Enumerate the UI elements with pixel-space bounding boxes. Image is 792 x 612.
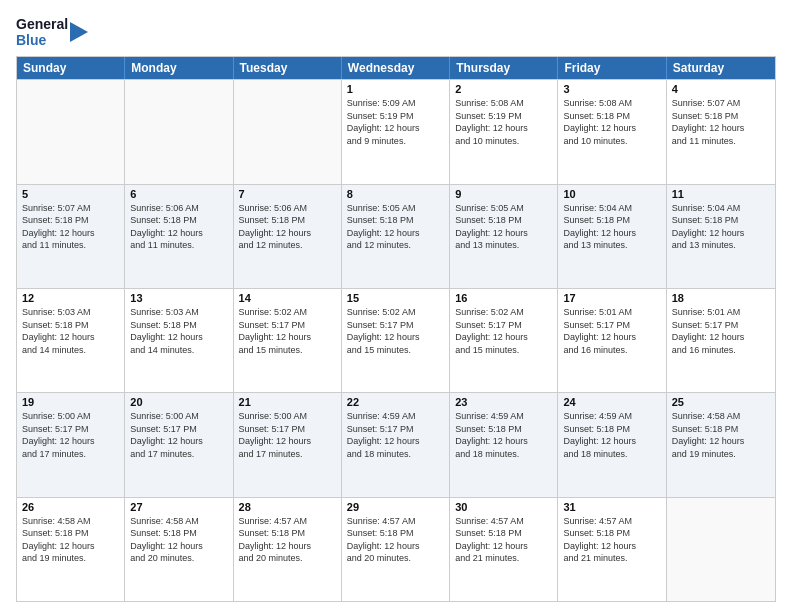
day-info: Sunrise: 4:59 AM Sunset: 5:18 PM Dayligh… xyxy=(455,410,552,460)
day-info: Sunrise: 5:05 AM Sunset: 5:18 PM Dayligh… xyxy=(455,202,552,252)
cal-cell: 29Sunrise: 4:57 AM Sunset: 5:18 PM Dayli… xyxy=(342,498,450,601)
day-info: Sunrise: 5:07 AM Sunset: 5:18 PM Dayligh… xyxy=(672,97,770,147)
day-number: 15 xyxy=(347,292,444,304)
day-number: 8 xyxy=(347,188,444,200)
day-number: 9 xyxy=(455,188,552,200)
day-number: 23 xyxy=(455,396,552,408)
cal-cell: 28Sunrise: 4:57 AM Sunset: 5:18 PM Dayli… xyxy=(234,498,342,601)
cal-week-2: 5Sunrise: 5:07 AM Sunset: 5:18 PM Daylig… xyxy=(17,184,775,288)
day-number: 2 xyxy=(455,83,552,95)
day-info: Sunrise: 5:06 AM Sunset: 5:18 PM Dayligh… xyxy=(130,202,227,252)
calendar-body: 1Sunrise: 5:09 AM Sunset: 5:19 PM Daylig… xyxy=(17,79,775,601)
day-number: 5 xyxy=(22,188,119,200)
cal-cell xyxy=(125,80,233,183)
day-number: 24 xyxy=(563,396,660,408)
cal-header-saturday: Saturday xyxy=(667,57,775,79)
cal-cell: 11Sunrise: 5:04 AM Sunset: 5:18 PM Dayli… xyxy=(667,185,775,288)
day-number: 18 xyxy=(672,292,770,304)
cal-cell: 6Sunrise: 5:06 AM Sunset: 5:18 PM Daylig… xyxy=(125,185,233,288)
day-number: 30 xyxy=(455,501,552,513)
day-info: Sunrise: 5:04 AM Sunset: 5:18 PM Dayligh… xyxy=(563,202,660,252)
day-info: Sunrise: 4:58 AM Sunset: 5:18 PM Dayligh… xyxy=(130,515,227,565)
day-number: 1 xyxy=(347,83,444,95)
cal-cell: 27Sunrise: 4:58 AM Sunset: 5:18 PM Dayli… xyxy=(125,498,233,601)
day-info: Sunrise: 5:04 AM Sunset: 5:18 PM Dayligh… xyxy=(672,202,770,252)
day-number: 25 xyxy=(672,396,770,408)
cal-cell: 7Sunrise: 5:06 AM Sunset: 5:18 PM Daylig… xyxy=(234,185,342,288)
cal-cell: 12Sunrise: 5:03 AM Sunset: 5:18 PM Dayli… xyxy=(17,289,125,392)
cal-cell: 16Sunrise: 5:02 AM Sunset: 5:17 PM Dayli… xyxy=(450,289,558,392)
day-info: Sunrise: 4:58 AM Sunset: 5:18 PM Dayligh… xyxy=(672,410,770,460)
cal-cell: 30Sunrise: 4:57 AM Sunset: 5:18 PM Dayli… xyxy=(450,498,558,601)
day-number: 4 xyxy=(672,83,770,95)
cal-header-monday: Monday xyxy=(125,57,233,79)
calendar: SundayMondayTuesdayWednesdayThursdayFrid… xyxy=(16,56,776,602)
day-number: 11 xyxy=(672,188,770,200)
cal-cell: 8Sunrise: 5:05 AM Sunset: 5:18 PM Daylig… xyxy=(342,185,450,288)
cal-cell: 1Sunrise: 5:09 AM Sunset: 5:19 PM Daylig… xyxy=(342,80,450,183)
cal-cell: 17Sunrise: 5:01 AM Sunset: 5:17 PM Dayli… xyxy=(558,289,666,392)
day-info: Sunrise: 5:08 AM Sunset: 5:18 PM Dayligh… xyxy=(563,97,660,147)
day-info: Sunrise: 5:03 AM Sunset: 5:18 PM Dayligh… xyxy=(130,306,227,356)
day-info: Sunrise: 5:05 AM Sunset: 5:18 PM Dayligh… xyxy=(347,202,444,252)
day-number: 28 xyxy=(239,501,336,513)
cal-week-1: 1Sunrise: 5:09 AM Sunset: 5:19 PM Daylig… xyxy=(17,79,775,183)
day-info: Sunrise: 4:59 AM Sunset: 5:18 PM Dayligh… xyxy=(563,410,660,460)
cal-cell: 14Sunrise: 5:02 AM Sunset: 5:17 PM Dayli… xyxy=(234,289,342,392)
day-info: Sunrise: 5:07 AM Sunset: 5:18 PM Dayligh… xyxy=(22,202,119,252)
day-info: Sunrise: 5:00 AM Sunset: 5:17 PM Dayligh… xyxy=(22,410,119,460)
day-info: Sunrise: 5:00 AM Sunset: 5:17 PM Dayligh… xyxy=(239,410,336,460)
day-info: Sunrise: 4:59 AM Sunset: 5:17 PM Dayligh… xyxy=(347,410,444,460)
cal-week-5: 26Sunrise: 4:58 AM Sunset: 5:18 PM Dayli… xyxy=(17,497,775,601)
cal-cell: 9Sunrise: 5:05 AM Sunset: 5:18 PM Daylig… xyxy=(450,185,558,288)
day-info: Sunrise: 4:57 AM Sunset: 5:18 PM Dayligh… xyxy=(455,515,552,565)
day-number: 16 xyxy=(455,292,552,304)
svg-marker-0 xyxy=(70,22,88,42)
cal-cell: 5Sunrise: 5:07 AM Sunset: 5:18 PM Daylig… xyxy=(17,185,125,288)
cal-week-4: 19Sunrise: 5:00 AM Sunset: 5:17 PM Dayli… xyxy=(17,392,775,496)
cal-cell xyxy=(17,80,125,183)
cal-cell: 31Sunrise: 4:57 AM Sunset: 5:18 PM Dayli… xyxy=(558,498,666,601)
cal-header-tuesday: Tuesday xyxy=(234,57,342,79)
cal-week-3: 12Sunrise: 5:03 AM Sunset: 5:18 PM Dayli… xyxy=(17,288,775,392)
cal-cell: 23Sunrise: 4:59 AM Sunset: 5:18 PM Dayli… xyxy=(450,393,558,496)
cal-cell: 13Sunrise: 5:03 AM Sunset: 5:18 PM Dayli… xyxy=(125,289,233,392)
cal-cell: 20Sunrise: 5:00 AM Sunset: 5:17 PM Dayli… xyxy=(125,393,233,496)
cal-cell: 10Sunrise: 5:04 AM Sunset: 5:18 PM Dayli… xyxy=(558,185,666,288)
day-info: Sunrise: 4:57 AM Sunset: 5:18 PM Dayligh… xyxy=(563,515,660,565)
cal-cell: 4Sunrise: 5:07 AM Sunset: 5:18 PM Daylig… xyxy=(667,80,775,183)
day-info: Sunrise: 5:02 AM Sunset: 5:17 PM Dayligh… xyxy=(455,306,552,356)
day-number: 13 xyxy=(130,292,227,304)
day-info: Sunrise: 5:03 AM Sunset: 5:18 PM Dayligh… xyxy=(22,306,119,356)
cal-cell: 3Sunrise: 5:08 AM Sunset: 5:18 PM Daylig… xyxy=(558,80,666,183)
day-number: 12 xyxy=(22,292,119,304)
cal-cell xyxy=(667,498,775,601)
day-info: Sunrise: 5:01 AM Sunset: 5:17 PM Dayligh… xyxy=(672,306,770,356)
cal-header-wednesday: Wednesday xyxy=(342,57,450,79)
day-info: Sunrise: 5:02 AM Sunset: 5:17 PM Dayligh… xyxy=(347,306,444,356)
day-number: 22 xyxy=(347,396,444,408)
cal-cell: 19Sunrise: 5:00 AM Sunset: 5:17 PM Dayli… xyxy=(17,393,125,496)
day-number: 10 xyxy=(563,188,660,200)
header: GeneralBlue xyxy=(16,16,776,48)
day-number: 3 xyxy=(563,83,660,95)
day-number: 19 xyxy=(22,396,119,408)
logo: GeneralBlue xyxy=(16,16,90,48)
day-number: 31 xyxy=(563,501,660,513)
day-number: 17 xyxy=(563,292,660,304)
day-info: Sunrise: 5:00 AM Sunset: 5:17 PM Dayligh… xyxy=(130,410,227,460)
page: GeneralBlue SundayMondayTuesdayWednesday… xyxy=(0,0,792,612)
day-number: 27 xyxy=(130,501,227,513)
day-number: 29 xyxy=(347,501,444,513)
cal-cell xyxy=(234,80,342,183)
day-info: Sunrise: 5:02 AM Sunset: 5:17 PM Dayligh… xyxy=(239,306,336,356)
cal-header-sunday: Sunday xyxy=(17,57,125,79)
day-number: 7 xyxy=(239,188,336,200)
day-number: 14 xyxy=(239,292,336,304)
day-number: 6 xyxy=(130,188,227,200)
cal-cell: 15Sunrise: 5:02 AM Sunset: 5:17 PM Dayli… xyxy=(342,289,450,392)
day-info: Sunrise: 4:57 AM Sunset: 5:18 PM Dayligh… xyxy=(239,515,336,565)
day-info: Sunrise: 4:57 AM Sunset: 5:18 PM Dayligh… xyxy=(347,515,444,565)
cal-cell: 2Sunrise: 5:08 AM Sunset: 5:19 PM Daylig… xyxy=(450,80,558,183)
day-number: 26 xyxy=(22,501,119,513)
